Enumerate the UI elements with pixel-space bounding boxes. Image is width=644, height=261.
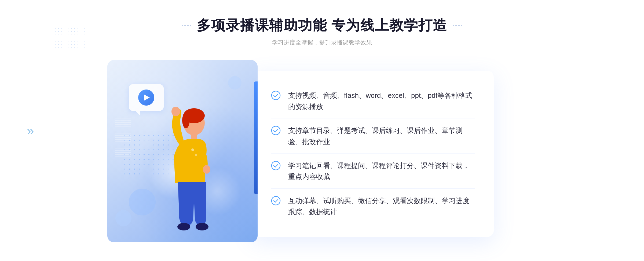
- svg-point-2: [182, 112, 190, 128]
- chevron-left-decoration: »: [27, 123, 31, 138]
- feature-item-3: 学习笔记回看、课程提问、课程评论打分、课件资料下载，重点内容收藏: [271, 154, 475, 189]
- header-dot: [182, 25, 183, 26]
- feature-item-2: 支持章节目录、弹题考试、课后练习、课后作业、章节测验、批改作业: [271, 119, 475, 154]
- subtitle: 学习进度全掌握，提升录播课教学效果: [182, 39, 462, 47]
- svg-point-13: [272, 196, 280, 205]
- person-figure: [152, 103, 228, 242]
- circle-decoration-2: [115, 210, 131, 226]
- svg-point-9: [195, 154, 197, 156]
- feature-item-4: 互动弹幕、试听购买、微信分享、观看次数限制、学习进度跟踪、数据统计: [271, 189, 475, 223]
- header-section: 多项录播课辅助功能 专为线上教学打造 学习进度全掌握，提升录播课教学效果: [182, 16, 462, 47]
- svg-point-4: [171, 107, 180, 116]
- check-icon-3: [271, 161, 281, 170]
- header-dot: [461, 25, 462, 26]
- feature-item-1: 支持视频、音频、flash、word、excel、ppt、pdf等各种格式的资源…: [271, 84, 475, 118]
- svg-point-6: [177, 223, 190, 230]
- header-dot: [187, 25, 189, 26]
- header-dots-left: [182, 25, 191, 26]
- feature-text-2: 支持章节目录、弹题考试、课后练习、课后作业、章节测验、批改作业: [288, 125, 475, 147]
- header-dot: [458, 25, 460, 26]
- content-area: 支持视频、音频、flash、word、excel、ppt、pdf等各种格式的资源…: [107, 60, 537, 242]
- card-stripes: [115, 115, 131, 163]
- play-icon-circle: [138, 90, 154, 106]
- svg-point-10: [272, 91, 280, 100]
- header-dot: [184, 25, 186, 26]
- svg-rect-3: [191, 133, 197, 139]
- header-decorators: 多项录播课辅助功能 专为线上教学打造: [182, 16, 462, 35]
- features-card: 支持视频、音频、flash、word、excel、ppt、pdf等各种格式的资源…: [252, 71, 494, 237]
- circle-decoration-top: [228, 76, 241, 90]
- dot-grid-topleft: [54, 27, 86, 54]
- accent-bar: [254, 81, 258, 194]
- illustration-card: [107, 60, 258, 242]
- circle-decoration-1: [129, 189, 156, 215]
- svg-point-12: [272, 161, 280, 170]
- header-dot: [455, 25, 457, 26]
- check-icon-1: [271, 91, 281, 100]
- svg-point-11: [272, 126, 280, 135]
- header-dot: [190, 25, 191, 26]
- feature-text-1: 支持视频、音频、flash、word、excel、ppt、pdf等各种格式的资源…: [288, 90, 475, 112]
- check-icon-2: [271, 126, 281, 135]
- play-bubble-tail: [136, 111, 140, 116]
- main-title: 多项录播课辅助功能 专为线上教学打造: [197, 16, 447, 35]
- page-wrapper: » 多项录播课辅助功能 专为线上教学打造 学习进度全掌握，提升录播课教学效果: [0, 0, 644, 261]
- play-triangle-icon: [144, 94, 150, 101]
- svg-point-5: [203, 165, 210, 174]
- header-dots-right: [453, 25, 462, 26]
- header-dot: [453, 25, 454, 26]
- check-icon-4: [271, 196, 281, 206]
- svg-point-7: [196, 223, 208, 230]
- feature-text-3: 学习笔记回看、课程提问、课程评论打分、课件资料下载，重点内容收藏: [288, 160, 475, 182]
- feature-text-4: 互动弹幕、试听购买、微信分享、观看次数限制、学习进度跟踪、数据统计: [288, 195, 475, 218]
- svg-point-8: [191, 148, 194, 151]
